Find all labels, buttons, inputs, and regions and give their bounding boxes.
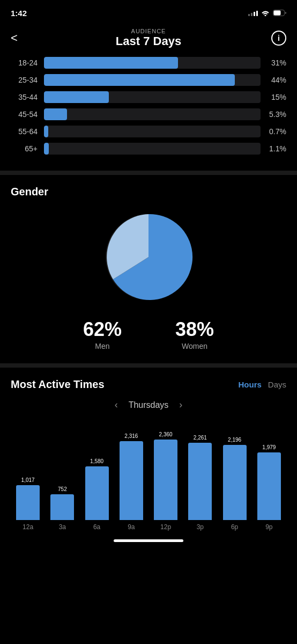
age-bar-container [44,74,261,86]
gender-title: Gender [11,186,286,198]
bar-chart: 1,017 752 1,580 2,316 2,360 2,261 2,196 … [11,423,286,520]
header-info-area: i [270,31,286,46]
bar-column: 2,360 [148,431,183,520]
age-percent-label: 0.7% [266,127,286,136]
active-times-title: Most Active Times [11,378,105,391]
bar-fill [223,445,247,520]
bar-column: 2,316 [114,433,148,520]
bar-value-label: 2,196 [228,437,241,443]
bar-x-label: 6p [218,523,252,531]
bar-x-label: 12a [11,523,45,531]
bar-fill [85,466,109,520]
age-group-label: 35-44 [11,93,38,101]
age-bar-fill [44,108,67,120]
age-row: 18-24 31% [11,57,286,69]
age-bar-fill [44,91,109,103]
bar-x-label: 9a [114,523,148,531]
age-bar-fill [44,126,48,137]
women-stat: 38% Women [175,318,214,350]
age-percent-label: 1.1% [266,144,286,153]
bar-x-label: 3a [45,523,79,531]
info-button[interactable]: i [271,31,286,46]
bar-fill [120,441,143,520]
status-icons [248,10,286,16]
age-row: 35-44 15% [11,91,286,103]
status-bar: 1:42 [0,0,297,24]
bar-fill [154,440,177,520]
bar-x-label: 3p [183,523,217,531]
men-percent: 62% [83,318,122,341]
age-group-label: 55-64 [11,127,38,136]
pie-chart-container [11,209,286,305]
bar-column: 1,017 [11,477,45,520]
status-time: 1:42 [11,9,27,18]
gender-section: Gender 62% Men 38% Women [0,175,297,363]
bar-value-label: 1,979 [262,444,276,450]
bar-fill [257,452,281,520]
bar-value-label: 2,261 [194,435,207,441]
bar-fill [16,485,40,520]
days-toggle[interactable]: Days [268,380,286,389]
active-times-header: Most Active Times Hours Days [11,378,286,391]
age-row: 65+ 1.1% [11,143,286,155]
section-divider-2 [0,363,297,368]
age-percent-label: 31% [266,58,286,67]
bar-column: 1,580 [80,458,114,520]
battery-icon [273,10,286,16]
age-bar-fill [44,57,178,69]
header-main-title: Last 7 Days [27,34,270,48]
age-bar-container [44,108,261,120]
age-group-label: 65+ [11,144,38,153]
bar-value-label: 2,360 [159,431,173,437]
bar-x-label: 6a [80,523,114,531]
age-bar-fill [44,74,235,86]
age-group-label: 25-34 [11,76,38,84]
svg-rect-1 [274,11,281,16]
age-percent-label: 15% [266,93,286,101]
signal-icon [248,10,258,16]
gender-pie-chart [100,209,197,305]
bar-column: 2,196 [218,437,252,520]
age-row: 55-64 0.7% [11,126,286,137]
day-navigation: ‹ Thursdays › [11,399,286,411]
wifi-icon [261,10,270,16]
bottom-indicator [0,531,297,547]
page-header: < AUDIENCE Last 7 Days i [0,24,297,57]
bar-column: 752 [45,486,79,520]
gender-stats: 62% Men 38% Women [11,318,286,350]
age-group-label: 18-24 [11,58,38,67]
age-percent-label: 5.3% [266,110,286,119]
toggle-buttons: Hours Days [238,380,286,389]
age-bar-container [44,143,261,155]
back-button[interactable]: < [11,31,27,45]
bar-value-label: 752 [58,486,67,492]
header-subtitle: AUDIENCE [27,28,270,34]
bar-x-label: 9p [252,523,286,531]
day-label: Thursdays [129,400,169,410]
header-title-block: AUDIENCE Last 7 Days [27,28,270,48]
prev-day-button[interactable]: ‹ [115,399,118,411]
men-label: Men [83,342,122,350]
men-stat: 62% Men [83,318,122,350]
home-indicator-bar [114,539,183,542]
age-bar-container [44,91,261,103]
bar-value-label: 2,316 [124,433,138,439]
bar-fill [188,443,212,520]
age-bar-fill [44,143,49,155]
age-bar-container [44,126,261,137]
women-percent: 38% [175,318,214,341]
bar-value-label: 1,017 [21,477,35,483]
age-row: 25-34 44% [11,74,286,86]
age-percent-label: 44% [266,76,286,84]
bar-x-label: 12p [148,523,183,531]
bar-column: 2,261 [183,435,217,520]
bar-value-label: 1,580 [90,458,103,464]
bar-x-labels: 12a3a6a9a12p3p6p9p [11,520,286,531]
bar-column: 1,979 [252,444,286,520]
active-times-section: Most Active Times Hours Days ‹ Thursdays… [0,368,297,531]
section-divider-1 [0,171,297,175]
women-label: Women [175,342,214,350]
next-day-button[interactable]: › [179,399,182,411]
hours-toggle[interactable]: Hours [238,380,261,389]
age-section: 18-24 31% 25-34 44% 35-44 15% 45-54 5.3% [0,57,297,171]
